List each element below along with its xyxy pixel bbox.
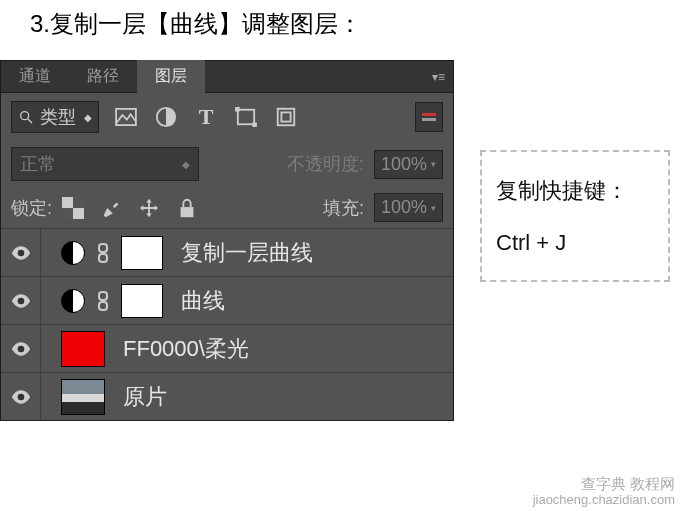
layer-row[interactable]: FF0000\柔光 [1, 324, 453, 372]
lock-label: 锁定: [11, 196, 52, 220]
dropdown-caret-icon: ◆ [182, 159, 190, 170]
image-thumbnail[interactable] [61, 379, 105, 415]
tab-channel[interactable]: 通道 [1, 60, 69, 93]
svg-rect-4 [238, 110, 254, 125]
shortcut-keys: Ctrl + J [496, 230, 654, 256]
chevron-down-icon: ▾ [431, 203, 436, 213]
fill-input[interactable]: 100% ▾ [374, 193, 443, 222]
watermark: 查字典 教程网 jiaocheng.chazidian.com [533, 476, 675, 507]
opacity-input[interactable]: 100% ▾ [374, 150, 443, 179]
svg-rect-9 [62, 197, 73, 208]
lock-brush-icon[interactable] [100, 197, 122, 219]
chevron-down-icon: ▾ [431, 159, 436, 169]
link-icon [95, 243, 111, 263]
curves-adjustment-icon [61, 289, 85, 313]
svg-rect-19 [99, 302, 107, 310]
filter-row: 类型 ◆ T [1, 93, 453, 141]
filter-smartobject-icon[interactable] [273, 104, 299, 130]
svg-rect-10 [73, 208, 84, 219]
opacity-value: 100% [381, 154, 427, 175]
fill-value: 100% [381, 197, 427, 218]
visibility-toggle[interactable] [1, 277, 41, 324]
panel-menu-icon[interactable]: ▾≡ [424, 70, 453, 84]
layer-row[interactable]: 复制一层曲线 [1, 228, 453, 276]
svg-rect-5 [235, 107, 240, 112]
tab-path[interactable]: 路径 [69, 60, 137, 93]
mask-thumbnail[interactable] [121, 284, 163, 318]
filter-toggle[interactable] [415, 102, 443, 132]
fill-label: 填充: [323, 196, 364, 220]
svg-point-14 [17, 249, 24, 256]
visibility-toggle[interactable] [1, 229, 41, 276]
instruction-text: 3.复制一层【曲线】调整图层： [0, 0, 681, 60]
svg-rect-12 [62, 208, 73, 219]
eye-icon [11, 294, 31, 308]
svg-point-20 [17, 345, 24, 352]
filter-adjustment-icon[interactable] [153, 104, 179, 130]
svg-rect-15 [99, 244, 107, 252]
search-icon [18, 109, 34, 125]
layer-name[interactable]: 复制一层曲线 [181, 238, 313, 268]
color-fill-thumbnail[interactable] [61, 331, 105, 367]
filter-type-label: 类型 [40, 105, 76, 129]
layers-list: 复制一层曲线 曲线 [1, 228, 453, 420]
visibility-toggle[interactable] [1, 325, 41, 372]
shortcut-note: 复制快捷键： Ctrl + J [480, 150, 670, 282]
eye-icon [11, 342, 31, 356]
watermark-line1: 查字典 教程网 [533, 476, 675, 493]
blend-mode-select[interactable]: 正常 ◆ [11, 147, 199, 181]
svg-rect-6 [252, 122, 257, 127]
svg-rect-16 [99, 254, 107, 262]
filter-pixel-icon[interactable] [113, 104, 139, 130]
curves-adjustment-icon [61, 241, 85, 265]
svg-point-21 [17, 393, 24, 400]
svg-point-17 [17, 297, 24, 304]
lock-move-icon[interactable] [138, 197, 160, 219]
svg-rect-7 [278, 109, 295, 126]
link-icon [95, 291, 111, 311]
panel-tabs: 通道 路径 图层 ▾≡ [1, 61, 453, 93]
svg-rect-18 [99, 292, 107, 300]
eye-icon [11, 246, 31, 260]
visibility-toggle[interactable] [1, 373, 41, 420]
dropdown-caret-icon: ◆ [84, 112, 92, 123]
layer-row[interactable]: 曲线 [1, 276, 453, 324]
shortcut-title: 复制快捷键： [496, 176, 654, 206]
filter-type-text-icon[interactable]: T [193, 104, 219, 130]
tab-layers[interactable]: 图层 [137, 60, 205, 93]
lock-transparent-icon[interactable] [62, 197, 84, 219]
filter-shape-icon[interactable] [233, 104, 259, 130]
eye-icon [11, 390, 31, 404]
svg-line-1 [28, 119, 32, 123]
svg-rect-13 [181, 207, 194, 217]
lock-row: 锁定: 填充: 100% ▾ [1, 187, 453, 228]
svg-rect-8 [281, 112, 290, 121]
lock-all-icon[interactable] [176, 197, 198, 219]
layer-name[interactable]: 曲线 [181, 286, 225, 316]
filter-type-select[interactable]: 类型 ◆ [11, 101, 99, 133]
blend-mode-value: 正常 [20, 152, 56, 176]
svg-point-0 [21, 112, 29, 120]
svg-rect-11 [73, 197, 84, 208]
layers-panel: 通道 路径 图层 ▾≡ 类型 ◆ T [0, 60, 454, 421]
layer-name[interactable]: FF0000\柔光 [123, 334, 249, 364]
watermark-line2: jiaocheng.chazidian.com [533, 493, 675, 507]
layer-name[interactable]: 原片 [123, 382, 167, 412]
mask-thumbnail[interactable] [121, 236, 163, 270]
opacity-label: 不透明度: [287, 152, 364, 176]
layer-row[interactable]: 原片 [1, 372, 453, 420]
blend-row: 正常 ◆ 不透明度: 100% ▾ [1, 141, 453, 187]
